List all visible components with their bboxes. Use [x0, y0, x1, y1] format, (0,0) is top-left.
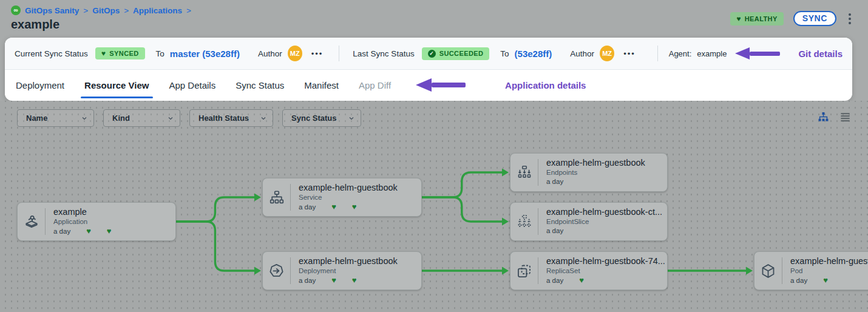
succeeded-badge: ✓ SUCCEEDED	[422, 47, 490, 60]
node-title: example-helm-guestbook	[546, 158, 667, 168]
tab-bar: Deployment Resource View App Details Syn…	[5, 70, 852, 100]
agent-value: example	[697, 49, 727, 58]
chevron-down-icon	[81, 115, 88, 122]
application-icon	[24, 214, 39, 229]
resource-node-endpoints[interactable]: example-helm-guestbookEndpointsa day	[510, 153, 668, 192]
chevron-down-icon	[348, 115, 355, 122]
tab-deployment[interactable]: Deployment	[16, 70, 64, 100]
sync-status-bar: Current Sync Status ♥ SYNCED To master (…	[5, 38, 852, 70]
breadcrumb-gitops[interactable]: GitOps	[92, 6, 120, 15]
to-label: To	[156, 49, 164, 58]
chevron-down-icon	[167, 115, 174, 122]
heart-icon: ♥	[736, 15, 741, 22]
page-header: ∞ GitOps Sanity > GitOps > Applications …	[0, 0, 868, 38]
node-title: example-helm-guestbook-ct...	[546, 207, 667, 217]
breadcrumb-separator: >	[186, 6, 191, 15]
healthy-heart-icon: ♥	[352, 276, 357, 284]
node-title: example-helm-guestbook-74...	[546, 256, 667, 266]
resource-node-replicaset[interactable]: example-helm-guestbook-74...ReplicaSeta …	[510, 251, 668, 290]
heart-icon: ♥	[101, 50, 106, 57]
resource-node-deployment[interactable]: example-helm-guestbookDeploymenta day♥♥	[262, 251, 422, 290]
resource-node-service[interactable]: example-helm-guestbookServicea day♥♥	[262, 178, 422, 217]
application-details-annotation: Application details	[505, 80, 586, 90]
node-title: example-helm-guestbook	[790, 256, 868, 266]
breadcrumb-applications[interactable]: Applications	[133, 6, 182, 15]
endpointslice-icon	[517, 214, 532, 229]
author-label: Author	[258, 49, 282, 58]
author-avatar: MZ	[600, 46, 614, 61]
replicaset-icon	[516, 263, 532, 279]
last-sync-status-label: Last Sync Status	[353, 49, 414, 58]
filter-bar: Name Kind Health Status Sync Status	[17, 109, 361, 127]
node-age: a day	[546, 227, 563, 234]
tab-app-diff[interactable]: App Diff	[359, 70, 391, 100]
current-revision-link[interactable]: master (53e28ff)	[170, 49, 240, 59]
health-badge-label: HEALTHY	[745, 15, 778, 22]
tab-sync-status[interactable]: Sync Status	[236, 70, 284, 100]
resource-node-pod[interactable]: example-helm-guestbookPoda day♥	[754, 251, 868, 290]
node-age: a day	[546, 277, 563, 284]
kebab-menu-icon[interactable]	[846, 12, 853, 25]
node-kind: Endpoints	[546, 169, 667, 176]
healthy-heart-icon: ♥	[823, 276, 828, 284]
endpoints-icon	[517, 164, 532, 180]
node-kind: Service	[299, 194, 421, 201]
health-status-filter-dropdown[interactable]: Health Status	[189, 109, 273, 127]
succeeded-badge-label: SUCCEEDED	[439, 50, 484, 57]
author-label: Author	[570, 49, 594, 58]
sync-status-filter-dropdown[interactable]: Sync Status	[282, 109, 361, 127]
author-avatar: MZ	[288, 46, 302, 61]
healthy-heart-icon: ♥	[86, 227, 91, 235]
node-kind: ReplicaSet	[546, 267, 667, 274]
current-sync-more-button[interactable]: •••	[311, 49, 324, 58]
service-icon	[269, 189, 285, 205]
synced-badge-label: SYNCED	[109, 50, 138, 57]
resource-node-endpointslice[interactable]: example-helm-guestbook-ct...EndpointSlic…	[510, 202, 668, 241]
node-age: a day	[790, 277, 807, 284]
divider	[657, 46, 658, 61]
healthy-heart-icon: ♥	[331, 276, 336, 284]
breadcrumb-gitops-sanity[interactable]: GitOps Sanity	[25, 6, 79, 15]
healthy-heart-icon: ♥	[331, 203, 336, 211]
chevron-down-icon	[260, 115, 267, 122]
tab-app-details[interactable]: App Details	[169, 70, 216, 100]
current-sync-status-label: Current Sync Status	[15, 49, 88, 58]
to-label: To	[500, 49, 509, 58]
agent-label: Agent:	[669, 49, 692, 58]
healthy-heart-icon: ♥	[352, 203, 357, 211]
annotation-arrow-left-icon	[735, 47, 780, 59]
sync-button[interactable]: SYNC	[793, 11, 836, 26]
list-view-icon[interactable]	[839, 111, 851, 123]
synced-badge: ♥ SYNCED	[95, 47, 145, 59]
node-kind: EndpointSlice	[546, 218, 667, 225]
node-kind: Application	[53, 218, 175, 225]
last-sync-more-button[interactable]: •••	[623, 49, 636, 58]
app-details-card: Current Sync Status ♥ SYNCED To master (…	[5, 38, 852, 101]
check-circle-icon: ✓	[428, 50, 436, 58]
gitops-logo-icon: ∞	[11, 5, 21, 15]
node-kind: Pod	[790, 267, 868, 274]
pod-icon	[760, 263, 776, 279]
git-details-annotation: Git details	[798, 49, 843, 59]
tree-view-icon[interactable]	[818, 111, 829, 123]
healthy-heart-icon: ♥	[579, 276, 584, 284]
kind-filter-dropdown[interactable]: Kind	[103, 109, 180, 127]
deployment-icon	[268, 263, 285, 279]
divider	[339, 46, 339, 61]
node-title: example-helm-guestbook	[299, 256, 421, 266]
node-age: a day	[299, 203, 316, 211]
breadcrumb-separator: >	[124, 6, 129, 15]
tab-resource-view[interactable]: Resource View	[84, 70, 149, 100]
healthy-heart-icon: ♥	[107, 227, 112, 235]
node-age: a day	[299, 277, 316, 284]
node-kind: Deployment	[299, 267, 421, 274]
last-revision-link[interactable]: (53e28ff)	[515, 49, 552, 59]
resource-graph-canvas[interactable]: Name Kind Health Status Sync Status	[0, 101, 868, 312]
resource-node-application[interactable]: exampleApplicationa day♥♥	[17, 202, 176, 241]
name-filter-dropdown[interactable]: Name	[17, 109, 94, 127]
annotation-arrow-left-icon	[416, 78, 466, 92]
health-status-badge: ♥ HEALTHY	[730, 12, 783, 25]
node-age: a day	[546, 178, 563, 185]
node-age: a day	[53, 228, 70, 235]
tab-manifest[interactable]: Manifest	[304, 70, 339, 100]
